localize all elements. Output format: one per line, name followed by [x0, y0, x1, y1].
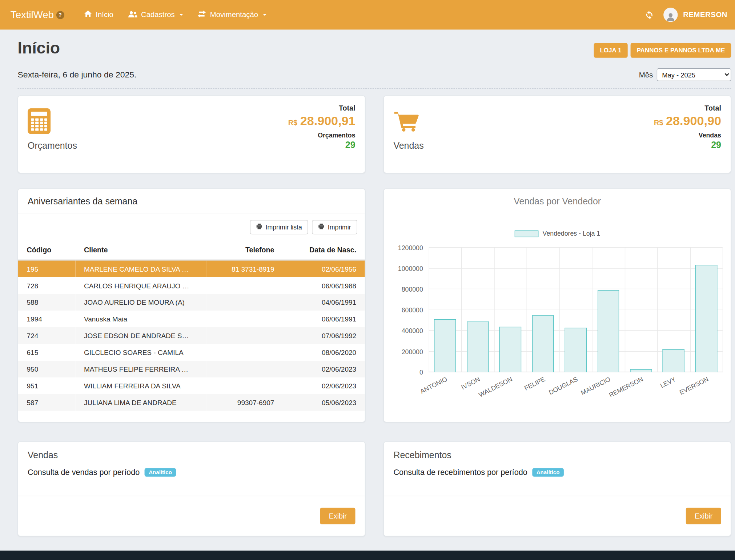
x-tick-label: DOUGLAS [548, 376, 579, 396]
table-row[interactable]: 587JULIANA LIMA DE ANDRADE99307-690705/0… [18, 394, 365, 411]
cell-birth: 07/06/1992 [283, 327, 365, 344]
navbar: TextilWeb ? Início Cadastros Movimentaçã… [0, 0, 735, 29]
gridline-v [494, 248, 494, 372]
x-tick-label: FELIPE [523, 376, 546, 392]
table-row[interactable]: 950MATHEUS FELIPE FERREIRA …02/06/2023 [18, 361, 365, 377]
page-title: Início [18, 39, 60, 57]
chart-legend[interactable]: Vendedores - Loja 1 [384, 230, 731, 237]
budgets-label: Orçamentos [28, 141, 77, 151]
budgets-count: 29 [345, 140, 356, 150]
sales-exibir-button[interactable]: Exibir [320, 508, 355, 524]
content: Início LOJA 1 PANNOS E PANNOS LTDA ME Se… [0, 29, 735, 536]
chevron-down-icon [180, 14, 183, 16]
help-icon[interactable]: ? [56, 11, 64, 19]
cell-code: 615 [18, 344, 75, 361]
cell-client: JOAO AURELIO DE MOURA (A) [75, 294, 206, 311]
total-label: Total [704, 104, 721, 112]
cell-client: JOSE EDSON DE ANDRADE S… [75, 327, 206, 344]
nav-item-inicio[interactable]: Início [77, 0, 121, 29]
date-row: Sexta-feira, 6 de junho de 2025. Mês May… [18, 68, 731, 89]
avatar [663, 8, 678, 22]
print-button[interactable]: Imprimir [312, 220, 357, 234]
cell-birth: 05/06/2023 [283, 394, 365, 411]
column-header-cliente: Cliente [75, 243, 206, 260]
table-row[interactable]: 195MARLENE CAMELO DA SILVA …81 3731-8919… [18, 260, 365, 277]
cell-code: 724 [18, 327, 75, 344]
sales-panel: Vendas Consulta de vendas por período An… [18, 441, 366, 536]
cell-client: WILLIAM FERREIRA DA SILVA [75, 377, 206, 394]
gridline-v [624, 248, 625, 372]
cell-birth: 06/06/1988 [283, 277, 365, 294]
app: TextilWeb ? Início Cadastros Movimentaçã… [0, 0, 735, 560]
gridline-h [429, 309, 723, 310]
x-tick-label: WALDESON [478, 376, 514, 399]
gridline-v [690, 248, 690, 372]
birthdays-table: Código Cliente Telefone Data de Nasc. 19… [18, 243, 365, 411]
cell-phone: 81 3731-8919 [206, 260, 283, 277]
x-tick-label: EVERSON [678, 376, 710, 396]
cell-phone [206, 327, 283, 344]
month-select[interactable]: May - 2025 [657, 68, 731, 81]
y-tick-label: 400000 [385, 327, 423, 335]
receipts-panel-description: Consulta de recebimentos por período [393, 468, 527, 477]
gridline-v [657, 248, 658, 372]
cell-code: 588 [18, 294, 75, 311]
chart-bar-ivson [467, 321, 489, 372]
chart-bar-antonio [434, 319, 456, 372]
cell-birth: 02/06/2023 [283, 361, 365, 377]
chart-plot: 020000040000060000080000010000001200000A… [429, 248, 723, 372]
user-menu[interactable]: REMERSON [663, 8, 727, 22]
month-label: Mês [639, 71, 653, 79]
receipts-panel: Recebimentos Consulta de recebimentos po… [383, 441, 731, 536]
cell-birth: 06/06/1991 [283, 311, 365, 327]
store-button[interactable]: LOJA 1 [594, 43, 627, 58]
table-row[interactable]: 724JOSE EDSON DE ANDRADE S…07/06/1992 [18, 327, 365, 344]
gridline-h [429, 289, 723, 289]
brand[interactable]: TextilWeb ? [11, 9, 64, 20]
birthday-table-body: 195MARLENE CAMELO DA SILVA …81 3731-8919… [18, 260, 365, 411]
cell-code: 951 [18, 377, 75, 394]
cell-client: Vanuska Maia [75, 311, 206, 327]
company-button[interactable]: PANNOS E PANNOS LTDA ME [630, 43, 731, 58]
cell-client: GILCLECIO SOARES - CAMILA [75, 344, 206, 361]
gridline-v [559, 248, 560, 372]
table-row[interactable]: 588JOAO AURELIO DE MOURA (A)04/06/1991 [18, 294, 365, 311]
y-tick-label: 0 [385, 369, 423, 376]
table-row[interactable]: 728CARLOS HENRIQUE ARAUJO …06/06/1988 [18, 277, 365, 294]
nav-item-movimentacao[interactable]: Movimentação [190, 0, 274, 29]
sales-summary-card: Vendas Total R$28.900,90 Vendas 29 [383, 95, 731, 173]
budgets-summary-card: Orçamentos Total R$28.900,91 Orçamentos … [18, 95, 366, 173]
gridline-v [527, 248, 527, 372]
x-tick-label: REMERSON [608, 376, 644, 399]
analitico-badge: Analítico [144, 468, 176, 477]
exchange-icon [198, 10, 206, 19]
cell-phone [206, 377, 283, 394]
cell-code: 1994 [18, 311, 75, 327]
table-row[interactable]: 615GILCLECIO SOARES - CAMILA08/06/2020 [18, 344, 365, 361]
cell-phone [206, 277, 283, 294]
current-date: Sexta-feira, 6 de junho de 2025. [18, 70, 137, 80]
sales-panel-description: Consulta de vendas por período [28, 468, 140, 477]
legend-label: Vendedores - Loja 1 [543, 230, 601, 237]
cell-client: JULIANA LIMA DE ANDRADE [75, 394, 206, 411]
column-header-telefone: Telefone [206, 243, 283, 260]
cell-code: 195 [18, 260, 75, 277]
refresh-icon[interactable] [645, 10, 654, 19]
printer-icon [256, 223, 262, 231]
x-tick-label: MAURICIO [580, 376, 612, 397]
receipts-exibir-button[interactable]: Exibir [686, 508, 721, 524]
nav-item-label: Movimentação [210, 11, 258, 19]
y-tick-label: 200000 [385, 348, 423, 355]
gridline-v [461, 248, 462, 372]
table-row[interactable]: 1994Vanuska Maia06/06/1991 [18, 311, 365, 327]
nav-item-cadastros[interactable]: Cadastros [121, 0, 190, 29]
chart-title: Vendas por Vendedor [384, 196, 731, 207]
x-tick-label: LEVY [659, 376, 677, 389]
cell-phone [206, 294, 283, 311]
table-row[interactable]: 951WILLIAM FERREIRA DA SILVA02/06/2023 [18, 377, 365, 394]
printer-icon [318, 223, 324, 231]
brand-bold: Textil [11, 9, 33, 20]
y-tick-label: 1000000 [385, 265, 423, 272]
print-list-button[interactable]: Imprimir lista [250, 220, 308, 234]
cart-icon [393, 108, 423, 134]
